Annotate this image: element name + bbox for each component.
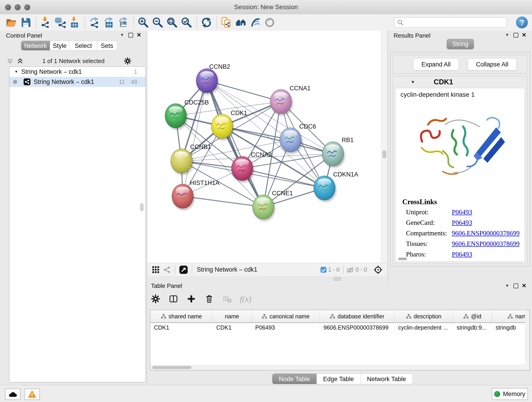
zoom-out-icon[interactable] (152, 17, 163, 28)
column-header-namespace[interactable]: namespace (492, 310, 530, 322)
panel-menu-icon[interactable]: ▼ (505, 283, 509, 288)
export-image-icon[interactable] (118, 17, 129, 28)
zoom-in-icon[interactable] (138, 17, 149, 28)
column-header-shared-name[interactable]: shared name (150, 310, 213, 322)
network-tree: ▼ String Network – cdk1 1 String Network… (9, 66, 146, 382)
zoom-selected-icon[interactable] (181, 17, 192, 28)
horizontal-splitter-handle[interactable] (333, 277, 341, 281)
search-input[interactable] (404, 18, 507, 27)
gear-icon[interactable] (151, 294, 161, 304)
column-header-name[interactable]: name (213, 310, 252, 322)
import-network-database-icon[interactable] (54, 17, 66, 28)
table-row[interactable]: CDK1CDK1P064939606.ENSP00000378699cyclin… (150, 323, 530, 332)
crosslink-link[interactable]: P06493 (452, 250, 472, 261)
tab-select[interactable]: Select (70, 41, 97, 51)
gear-icon[interactable] (123, 57, 132, 65)
memory-button[interactable]: Memory (492, 388, 528, 400)
panel-float-icon[interactable] (128, 33, 133, 38)
vertical-splitter-handle[interactable] (140, 204, 143, 211)
tab-edge-table[interactable]: Edge Table (317, 374, 361, 384)
crosslinks-heading: CrossLinks (402, 198, 437, 206)
results-panel: Results Panel ▼ ✕ String Expand All Coll… (387, 31, 532, 281)
help-icon[interactable]: ? (516, 17, 528, 28)
network-collection-label: String Network – cdk1 (21, 68, 82, 75)
table-vertical-scrollbar[interactable] (525, 310, 530, 370)
collapse-section-icon[interactable]: ▼ (411, 80, 415, 85)
show-graphics-details-icon[interactable] (249, 17, 261, 28)
crosslink-link[interactable]: 9606.ENSP00000378699 (452, 230, 520, 240)
hidden-eye-icon[interactable] (346, 266, 354, 274)
tab-network[interactable]: Network (21, 41, 50, 51)
network-row-selected[interactable]: String Network – cdk1 1148 (9, 77, 146, 87)
column-header-description[interactable]: description (394, 310, 453, 322)
delete-table-icon (222, 294, 232, 304)
copy-style-icon[interactable] (221, 17, 232, 28)
node-label-CCNB1: CCNB1 (190, 143, 211, 150)
refresh-layout-icon[interactable] (201, 17, 212, 28)
crosshair-icon[interactable] (374, 265, 383, 274)
gene-section: ▼ CDK1 cyclin-dependent kinase 1 (393, 76, 527, 264)
mini-scrollbar-thumb[interactable] (398, 258, 407, 260)
share-view-icon[interactable] (163, 266, 171, 274)
network-canvas-region: CCNB2CCNA1CDC25BCDK1CDC6RB1CCNB1CCNA2CDK… (147, 31, 387, 281)
export-table-icon[interactable] (103, 17, 114, 28)
tree-expand-icon[interactable]: ▼ (14, 70, 18, 74)
panel-close-icon[interactable]: ✕ (522, 282, 526, 289)
search-icon (397, 19, 404, 26)
plus-icon[interactable] (186, 294, 196, 304)
column-header-canonical-name[interactable]: canonical name (252, 310, 320, 322)
gene-section-header[interactable]: ▼ CDK1 (393, 76, 527, 88)
crosslink-link[interactable]: 9606.ENSP00000378699 (452, 240, 520, 250)
panel-float-icon[interactable] (513, 283, 518, 288)
node-label-CDC25B: CDC25B (184, 99, 209, 106)
warning-button[interactable] (24, 389, 40, 400)
zoom-fit-icon[interactable] (166, 17, 178, 28)
table-panel: Table Panel ▼ ✕ f(x) shared namenamecano… (147, 281, 532, 385)
panel-close-icon[interactable]: ✕ (522, 32, 526, 38)
table-scrollbar-thumb[interactable] (152, 366, 191, 369)
selected-checkbox-icon[interactable] (320, 267, 327, 273)
canvas-scrollbar-thumb[interactable] (383, 151, 386, 158)
network-view-title: String Network – cdk1 (197, 266, 257, 273)
network-collection-row[interactable]: ▼ String Network – cdk1 1 (9, 67, 146, 77)
import-network-file-icon[interactable] (40, 17, 51, 28)
column-type-icon (406, 313, 412, 319)
columns-icon[interactable] (168, 294, 178, 304)
edge-count: 48 (131, 79, 137, 85)
crosslink-link[interactable]: P06493 (452, 208, 472, 219)
network-view-toolbar: String Network – cdk1 1 - 0 0 - 0 (147, 263, 387, 276)
panel-close-icon[interactable]: ✕ (137, 32, 141, 38)
birds-eye-view-icon[interactable] (179, 265, 188, 274)
export-network-icon[interactable] (89, 17, 100, 28)
node-table: shared namenamecanonical namedatabase id… (150, 310, 530, 370)
import-table-icon[interactable] (69, 17, 80, 28)
collapse-all-button[interactable]: Collapse All (468, 58, 517, 70)
open-session-icon[interactable] (6, 17, 17, 28)
panel-menu-icon[interactable]: ▼ (120, 33, 124, 37)
save-session-icon[interactable] (20, 17, 32, 28)
canvas-scrollbar[interactable] (381, 31, 387, 263)
toolbar-separator (196, 16, 197, 29)
cloud-button[interactable] (5, 389, 21, 400)
node-label-CDC6: CDC6 (299, 123, 316, 130)
tab-network-table[interactable]: Network Table (361, 374, 413, 384)
expand-all-button[interactable]: Expand All (413, 58, 459, 70)
eye-icon[interactable] (264, 17, 275, 28)
tab-node-table[interactable]: Node Table (272, 374, 317, 384)
trash-icon[interactable] (204, 294, 214, 304)
tab-style[interactable]: Style (50, 41, 70, 51)
column-header-database-identifier[interactable]: database identifier (320, 310, 394, 322)
crosslink-row: Pharos:P06493 (406, 250, 522, 261)
column-header--id[interactable]: @id (453, 310, 492, 322)
crosslink-link[interactable]: P06493 (452, 219, 472, 230)
network-canvas[interactable]: CCNB2CCNA1CDC25BCDK1CDC6RB1CCNB1CCNA2CDK… (147, 31, 387, 263)
panel-float-icon[interactable] (513, 33, 518, 38)
tab-string[interactable]: String (447, 39, 474, 49)
grid-view-icon[interactable] (152, 266, 160, 274)
tab-sets[interactable]: Sets (97, 41, 117, 51)
column-type-icon (330, 313, 335, 319)
string-home-icon[interactable] (235, 17, 247, 28)
table-horizontal-scrollbar[interactable] (150, 365, 526, 370)
panel-menu-icon[interactable]: ▼ (505, 33, 509, 37)
network-collection-count: 1 (134, 69, 137, 75)
